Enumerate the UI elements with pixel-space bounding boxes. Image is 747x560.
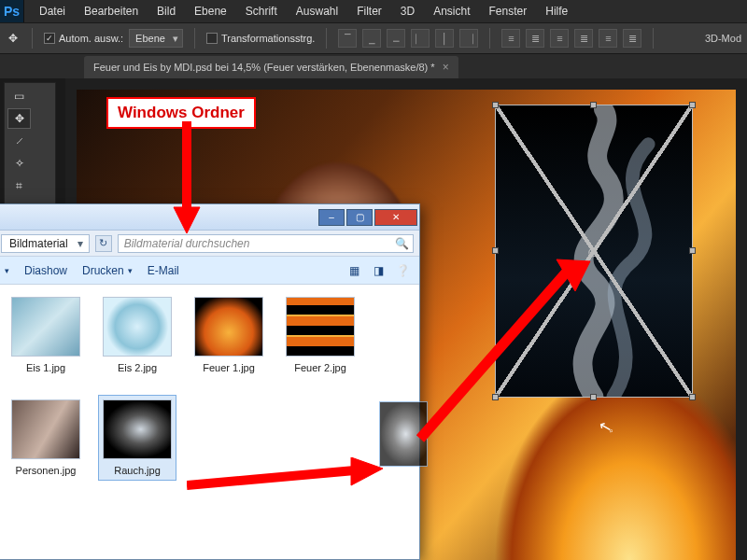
align-left-icon[interactable]: ⎸ xyxy=(411,29,430,48)
align-vmid-icon[interactable]: ⎯ xyxy=(362,29,381,48)
ps-logo: Ps xyxy=(0,0,24,22)
distribute-2-icon[interactable]: ≣ xyxy=(526,29,544,48)
transform-handle[interactable] xyxy=(590,102,597,108)
maximize-button[interactable]: ▢ xyxy=(346,209,373,226)
file-name: Eis 1.jpg xyxy=(26,362,65,373)
menu-type[interactable]: Schrift xyxy=(236,0,287,22)
search-input[interactable]: Bildmaterial durchsuchen 🔍 xyxy=(118,234,414,253)
file-thumbnail xyxy=(103,297,172,357)
file-thumbnail xyxy=(194,297,263,357)
file-thumbnail xyxy=(11,399,80,459)
crop-tool-icon[interactable]: ⌗ xyxy=(7,175,31,196)
rect-marquee-tool-icon[interactable]: ▭ xyxy=(7,86,31,106)
move-tool-icon[interactable]: ✥ xyxy=(7,108,31,129)
transform-handle[interactable] xyxy=(689,394,696,400)
annotation-arrow-down-icon xyxy=(168,121,205,233)
refresh-icon: ↻ xyxy=(99,237,107,249)
align-top-icon[interactable]: ⎺ xyxy=(338,29,357,48)
auto-select-mode[interactable]: Ebene xyxy=(129,29,183,48)
explorer-titlebar[interactable]: – ▢ ✕ xyxy=(0,204,419,231)
svg-marker-1 xyxy=(174,207,200,233)
file-thumbnail xyxy=(11,297,80,357)
distribute-5-icon[interactable]: ≡ xyxy=(599,29,617,48)
menu-filter[interactable]: Filter xyxy=(347,0,391,22)
refresh-button[interactable]: ↻ xyxy=(95,235,112,252)
organise-menu[interactable]: ▾ xyxy=(5,266,9,275)
email-button[interactable]: E-Mail xyxy=(148,264,179,277)
align-right-icon[interactable]: ⎹ xyxy=(459,29,478,48)
auto-select-toggle[interactable]: ✓ Autom. ausw.: xyxy=(44,33,123,44)
distribute-3-icon[interactable]: ≡ xyxy=(550,29,569,48)
align-bottom-icon[interactable]: ⎽ xyxy=(387,29,405,48)
move-tool-icon: ✥ xyxy=(6,31,21,46)
svg-marker-3 xyxy=(351,457,383,485)
annotation-arrow-diag-icon xyxy=(411,243,598,448)
print-button[interactable]: Drucken▾ xyxy=(82,264,133,277)
svg-line-2 xyxy=(187,470,355,485)
ps-document-tabs: Feuer und Eis by MDI.psd bei 14,5% (Feue… xyxy=(0,54,747,78)
view-options-icon[interactable]: ▦ xyxy=(346,263,361,278)
distribute-1-icon[interactable]: ≡ xyxy=(501,29,520,48)
transform-controls-toggle[interactable]: Transformationsstrg. xyxy=(206,33,315,44)
checkbox-checked-icon: ✓ xyxy=(44,33,55,44)
3d-mode-label[interactable]: 3D-Mod xyxy=(705,33,741,44)
lasso-tool-icon[interactable]: ⟋ xyxy=(7,131,31,151)
checkbox-icon xyxy=(206,33,218,44)
file-name: Personen.jpg xyxy=(16,465,77,476)
menu-select[interactable]: Auswahl xyxy=(287,0,347,22)
file-name: Feuer 1.jpg xyxy=(203,362,255,373)
menu-window[interactable]: Fenster xyxy=(480,0,537,22)
help-icon[interactable]: ❔ xyxy=(395,263,410,278)
explorer-window[interactable]: – ▢ ✕ Bildmaterial ↻ Bildmaterial durchs… xyxy=(0,203,420,560)
minimize-button[interactable]: – xyxy=(318,209,345,226)
search-icon: 🔍 xyxy=(395,237,409,250)
menu-layer[interactable]: Ebene xyxy=(185,0,236,22)
menu-image[interactable]: Bild xyxy=(148,0,185,22)
file-thumbnail xyxy=(103,399,172,459)
menu-edit[interactable]: Bearbeiten xyxy=(75,0,148,22)
preview-pane-icon[interactable]: ◨ xyxy=(371,263,386,278)
file-name: Feuer 2.jpg xyxy=(294,362,346,373)
svg-line-4 xyxy=(420,271,568,439)
auto-select-label: Autom. ausw.: xyxy=(59,33,123,44)
transform-handle[interactable] xyxy=(689,102,696,108)
search-placeholder: Bildmaterial durchsuchen xyxy=(124,237,250,250)
file-item[interactable]: Feuer 1.jpg xyxy=(190,292,268,378)
transform-handle[interactable] xyxy=(689,247,696,254)
magic-wand-tool-icon[interactable]: ✧ xyxy=(7,153,31,174)
file-item[interactable]: Personen.jpg xyxy=(7,395,85,481)
ps-menubar: Ps Datei Bearbeiten Bild Ebene Schrift A… xyxy=(0,0,747,22)
align-hmid-icon[interactable]: │ xyxy=(435,29,454,48)
close-tab-icon[interactable]: × xyxy=(443,61,449,74)
menu-help[interactable]: Hilfe xyxy=(536,0,577,22)
file-thumbnail xyxy=(286,297,355,357)
slideshow-button[interactable]: Diashow xyxy=(24,264,67,277)
breadcrumb[interactable]: Bildmaterial xyxy=(1,234,90,253)
document-tab-label: Feuer und Eis by MDI.psd bei 14,5% (Feue… xyxy=(93,62,435,73)
file-item[interactable]: Eis 1.jpg xyxy=(7,292,85,378)
file-name: Eis 2.jpg xyxy=(118,362,157,373)
close-button[interactable]: ✕ xyxy=(374,209,417,226)
file-item[interactable]: Feuer 2.jpg xyxy=(281,292,359,378)
transform-handle[interactable] xyxy=(492,102,499,108)
menu-file[interactable]: Datei xyxy=(30,0,75,22)
explorer-toolbar: ▾ Diashow Drucken▾ E-Mail ▦ ◨ ❔ xyxy=(0,257,419,285)
distribute-6-icon[interactable]: ≣ xyxy=(623,29,641,48)
ps-options-bar: ✥ ✓ Autom. ausw.: Ebene Transformationss… xyxy=(0,22,747,54)
menu-view[interactable]: Ansicht xyxy=(424,0,479,22)
explorer-file-grid[interactable]: Eis 1.jpg Eis 2.jpg Feuer 1.jpg Feuer 2.… xyxy=(0,285,419,559)
annotation-arrow-right-icon xyxy=(187,457,383,504)
menu-3d[interactable]: 3D xyxy=(391,0,424,22)
file-name: Rauch.jpg xyxy=(114,465,161,476)
explorer-addressbar: Bildmaterial ↻ Bildmaterial durchsuchen … xyxy=(0,231,419,257)
document-tab[interactable]: Feuer und Eis by MDI.psd bei 14,5% (Feue… xyxy=(84,56,458,78)
transform-controls-label: Transformationsstrg. xyxy=(221,33,315,44)
distribute-4-icon[interactable]: ≣ xyxy=(574,29,593,48)
file-item[interactable]: Eis 2.jpg xyxy=(98,292,176,378)
file-item-selected[interactable]: Rauch.jpg xyxy=(98,395,176,481)
